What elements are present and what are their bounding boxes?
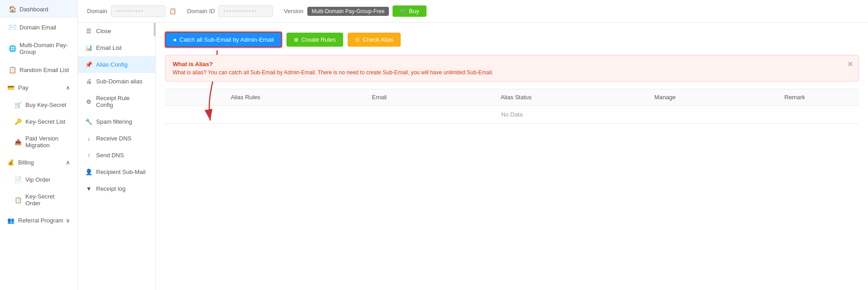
key-list-icon: 🔑 (15, 118, 22, 125)
no-data-cell: No Data (165, 106, 859, 124)
version-badge: Multi-Domain Pay-Group-Free (307, 7, 389, 16)
main-area: Domain •••••••••• 📋 Domain ID ••••••••••… (78, 0, 868, 290)
sub-sidebar: ☰ Close 📊 Email List 📌 Alias Config 🖨 Su… (78, 23, 156, 290)
domain-value: •••••••••• (111, 5, 165, 17)
catch-all-button[interactable]: ● Catch all Sub-Email by Admin-Email (165, 32, 282, 48)
domain-email-icon: ✉️ (9, 24, 16, 31)
multi-domain-icon: 🌐 (9, 45, 16, 52)
referral-icon: 👥 (7, 217, 15, 224)
sidebar-item-domain-email[interactable]: ✉️ Domain Email (0, 18, 78, 36)
buy-button[interactable]: 🛒 Buy (393, 5, 426, 17)
referral-chevron-icon: ∨ (66, 217, 70, 224)
banner-close-button[interactable]: ✕ (847, 60, 853, 68)
info-banner-title: What is Alias? (173, 61, 851, 68)
sub-item-recipient-sub-mail[interactable]: 👤 Recipient Sub-Mail (78, 164, 155, 180)
check-icon: ⊙ (355, 36, 360, 43)
sub-item-alias-config[interactable]: 📌 Alias Config (78, 56, 155, 73)
col-email: Email (326, 89, 433, 106)
col-remark: Remark (731, 89, 859, 106)
receive-dns-icon: ↓ (85, 135, 92, 142)
receipt-log-icon: ▼ (85, 185, 92, 192)
sub-item-sub-domain-alias[interactable]: 🖨 Sub-Domain alias (78, 73, 155, 90)
sidebar-section-pay[interactable]: 💳 Pay ∧ (0, 79, 78, 97)
vip-order-icon: 📄 (15, 176, 22, 183)
info-banner: What is Alias? What is alias? You can ca… (165, 55, 859, 82)
col-manage: Manage (600, 89, 731, 106)
sub-item-receipt-rule[interactable]: ⚙ Receipt Rule Config (78, 90, 155, 113)
circle-icon: ● (173, 36, 177, 43)
recipient-icon: 👤 (85, 169, 92, 175)
col-alias-rules: Alias Rules (165, 89, 326, 106)
check-alias-button[interactable]: ⊙ Check Alias (348, 33, 401, 47)
sidebar-item-buy-key[interactable]: 🛒 Buy Key-Secret (7, 97, 78, 113)
sub-item-receive-dns[interactable]: ↓ Receive DNS (78, 130, 155, 147)
email-list-icon: 📊 (85, 44, 92, 51)
sidebar-item-key-order[interactable]: 📋 Key-Secret Order (7, 188, 78, 212)
sidebar-section-referral[interactable]: 👥 Referral Program ∨ (0, 212, 78, 229)
domain-id-field: Domain ID •••••••••••• (187, 5, 273, 17)
pay-icon: 💳 (7, 84, 15, 91)
sidebar-item-vip-order[interactable]: 📄 Vip Order (7, 171, 78, 188)
sidebar-item-dashboard[interactable]: 🏠 Dashboard (0, 0, 78, 18)
sub-item-spam[interactable]: 🔧 Spam filtering (78, 113, 155, 130)
left-sidebar: 🏠 Dashboard ✉️ Domain Email 🌐 Multi-Doma… (0, 0, 78, 290)
content-area: ☰ Close 📊 Email List 📌 Alias Config 🖨 Su… (78, 23, 868, 290)
dashboard-icon: 🏠 (9, 5, 16, 13)
pay-chevron-icon: ∧ (66, 84, 70, 91)
version-field: Version Multi-Domain Pay-Group-Free 🛒 Bu… (284, 5, 427, 17)
action-bar: ● Catch all Sub-Email by Admin-Email ⊕ C… (165, 32, 859, 48)
create-icon: ⊕ (294, 36, 299, 43)
sub-item-send-dns[interactable]: ↑ Send DNS (78, 147, 155, 164)
spam-icon: 🔧 (85, 118, 92, 125)
buy-icon: 🛒 (400, 8, 407, 14)
sidebar-item-multi-domain[interactable]: 🌐 Multi-Domain Pay-Group (0, 36, 78, 61)
sidebar-item-random-email[interactable]: 📋 Random Email List (0, 61, 78, 79)
alias-config-icon: 📌 (85, 61, 92, 68)
topbar: Domain •••••••••• 📋 Domain ID ••••••••••… (78, 0, 868, 23)
billing-chevron-icon: ∧ (66, 159, 70, 166)
sidebar-section-billing[interactable]: 💰 Billing ∧ (0, 154, 78, 171)
sidebar-item-paid-version[interactable]: 📤 Paid Version Migration (7, 130, 78, 154)
random-email-icon: 📋 (9, 66, 16, 73)
receipt-rule-icon: ⚙ (85, 98, 92, 105)
domain-label: Domain (87, 8, 107, 14)
sub-domain-alias-icon: 🖨 (85, 78, 92, 85)
info-banner-text: What is alias? You can catch all Sub-Ema… (173, 69, 851, 76)
sub-item-close[interactable]: ☰ Close (78, 23, 155, 39)
close-menu-icon: ☰ (85, 28, 92, 34)
billing-icon: 💰 (7, 159, 15, 166)
copy-icon[interactable]: 📋 (169, 8, 176, 14)
send-dns-icon: ↑ (85, 152, 92, 159)
col-alias-status: Alias Status (433, 89, 600, 106)
pay-submenu: 🛒 Buy Key-Secret 🔑 Key-Secret List 📤 Pai… (0, 97, 78, 154)
paid-version-icon: 📤 (15, 139, 22, 145)
domain-id-label: Domain ID (187, 8, 215, 14)
billing-submenu: 📄 Vip Order 📋 Key-Secret Order (0, 171, 78, 212)
sub-item-receipt-log[interactable]: ▼ Receipt log (78, 180, 155, 197)
domain-field: Domain •••••••••• 📋 (87, 5, 176, 17)
key-order-icon: 📋 (15, 197, 22, 203)
buy-key-icon: 🛒 (15, 102, 22, 108)
alias-table: Alias Rules Email Alias Status Manage Re… (165, 89, 859, 124)
sidebar-item-key-list[interactable]: 🔑 Key-Secret List (7, 113, 78, 130)
page-content: ● Catch all Sub-Email by Admin-Email ⊕ C… (156, 23, 868, 290)
version-label: Version (284, 8, 303, 14)
sub-item-email-list[interactable]: 📊 Email List (78, 39, 155, 56)
scrollbar[interactable] (154, 23, 155, 36)
create-rules-button[interactable]: ⊕ Create Rules (286, 33, 343, 47)
domain-id-value: •••••••••••• (218, 5, 273, 17)
